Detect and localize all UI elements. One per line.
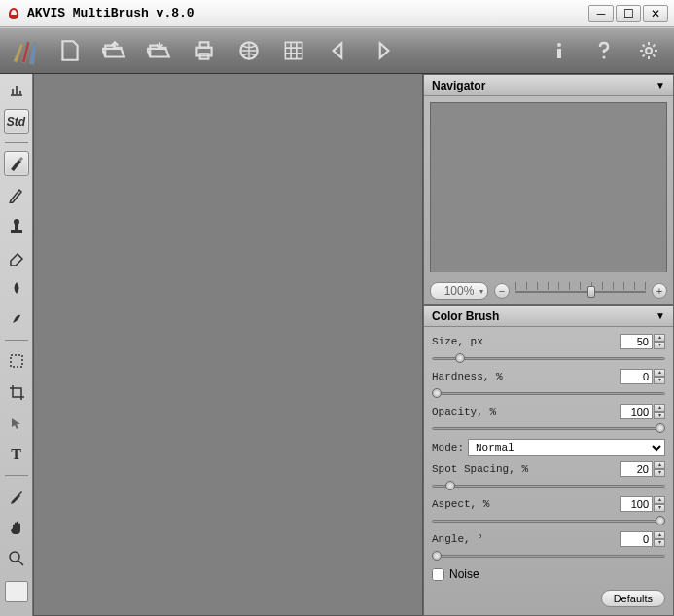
- window-title: AKVIS MultiBrush v.8.0: [27, 6, 588, 20]
- hardness-slider[interactable]: [432, 388, 665, 398]
- new-file-button[interactable]: [53, 33, 88, 68]
- hardness-spinner[interactable]: ▴▾: [620, 369, 665, 384]
- pencil-tool[interactable]: [4, 182, 29, 207]
- zoom-out-button[interactable]: −: [494, 283, 510, 299]
- svg-rect-5: [557, 49, 561, 58]
- app-logo-icon: [6, 6, 21, 21]
- svg-point-4: [557, 43, 561, 47]
- stamp-tool[interactable]: [4, 213, 29, 238]
- aspect-slider[interactable]: [432, 516, 665, 525]
- help-button[interactable]: [586, 33, 621, 68]
- size-slider[interactable]: [432, 353, 665, 363]
- eyedropper-tool[interactable]: [4, 484, 29, 509]
- hardness-input[interactable]: [620, 369, 653, 384]
- color-brush-tool[interactable]: [4, 151, 29, 176]
- titlebar: AKVIS MultiBrush v.8.0 ─ ☐ ✕: [0, 0, 674, 27]
- size-input[interactable]: [620, 334, 653, 349]
- collapse-icon: ▼: [656, 80, 665, 91]
- defaults-button[interactable]: Defaults: [601, 590, 665, 607]
- angle-spinner[interactable]: ▴▾: [620, 531, 665, 547]
- canvas-area[interactable]: [33, 74, 423, 616]
- opacity-label: Opacity, %: [432, 406, 620, 417]
- svg-rect-8: [11, 230, 22, 233]
- color-swatch[interactable]: [5, 581, 28, 602]
- navigator-panel: Navigator ▼ 100% − +: [423, 74, 674, 305]
- noise-checkbox[interactable]: [432, 568, 444, 581]
- blur-tool[interactable]: [4, 275, 29, 301]
- next-button[interactable]: [366, 33, 401, 68]
- left-toolbar: Std T: [0, 74, 33, 616]
- svg-point-7: [646, 48, 652, 54]
- brushes-icon: [8, 33, 43, 68]
- maximize-button[interactable]: ☐: [616, 5, 641, 22]
- selection-tool[interactable]: [4, 348, 29, 374]
- navigator-title: Navigator: [432, 79, 485, 92]
- angle-label: Angle, °: [432, 533, 620, 545]
- color-brush-panel: Color Brush ▼ Size, px ▴▾ Hardness, % ▴▾…: [423, 305, 674, 616]
- opacity-input[interactable]: [620, 404, 653, 419]
- crop-tool[interactable]: [4, 380, 29, 405]
- svg-rect-1: [200, 42, 209, 47]
- open-file-button[interactable]: [97, 33, 132, 68]
- size-label: Size, px: [432, 336, 620, 347]
- prev-button[interactable]: [321, 33, 356, 68]
- spot-spacing-spinner[interactable]: ▴▾: [620, 461, 665, 477]
- aspect-spinner[interactable]: ▴▾: [620, 496, 665, 512]
- grid-button[interactable]: [276, 33, 311, 68]
- info-button[interactable]: [542, 33, 577, 68]
- zoom-slider[interactable]: [515, 288, 646, 294]
- history-brush-tab[interactable]: [4, 78, 29, 103]
- right-pane: Navigator ▼ 100% − + Color Brush ▼: [423, 74, 674, 616]
- angle-input[interactable]: [620, 531, 653, 547]
- color-brush-header[interactable]: Color Brush ▼: [424, 306, 673, 327]
- color-brush-title: Color Brush: [432, 309, 499, 323]
- smudge-tool[interactable]: [4, 307, 29, 332]
- text-tool[interactable]: T: [4, 442, 29, 467]
- settings-button[interactable]: [631, 33, 666, 68]
- angle-slider[interactable]: [432, 551, 665, 561]
- move-tool[interactable]: [4, 411, 29, 436]
- size-spinner[interactable]: ▴▾: [620, 334, 665, 349]
- aspect-label: Aspect, %: [432, 498, 620, 510]
- svg-rect-11: [11, 355, 22, 367]
- zoom-combo[interactable]: 100%: [430, 282, 488, 300]
- navigator-header[interactable]: Navigator ▼: [424, 75, 673, 96]
- noise-label: Noise: [449, 567, 479, 581]
- spot-spacing-label: Spot Spacing, %: [432, 463, 620, 475]
- opacity-spinner[interactable]: ▴▾: [620, 404, 665, 419]
- spot-spacing-input[interactable]: [620, 461, 653, 477]
- svg-point-10: [14, 219, 19, 225]
- zoom-in-button[interactable]: +: [652, 283, 667, 299]
- hardness-label: Hardness, %: [432, 371, 620, 382]
- opacity-slider[interactable]: [432, 423, 665, 433]
- minimize-button[interactable]: ─: [588, 5, 614, 22]
- hand-tool[interactable]: [4, 515, 29, 540]
- svg-point-12: [10, 552, 19, 562]
- mode-select[interactable]: Normal: [468, 439, 665, 456]
- collapse-icon: ▼: [656, 310, 665, 321]
- standard-tab[interactable]: Std: [4, 109, 29, 134]
- top-toolbar: [0, 27, 674, 74]
- mode-label: Mode:: [432, 442, 464, 453]
- aspect-input[interactable]: [620, 496, 653, 512]
- web-button[interactable]: [231, 33, 266, 68]
- close-button[interactable]: ✕: [643, 5, 668, 22]
- navigator-preview[interactable]: [430, 102, 667, 272]
- zoom-tool[interactable]: [4, 546, 29, 571]
- eraser-tool[interactable]: [4, 244, 29, 270]
- print-button[interactable]: [187, 33, 222, 68]
- spot-spacing-slider[interactable]: [432, 481, 665, 490]
- svg-point-6: [603, 56, 606, 59]
- save-file-button[interactable]: [142, 33, 177, 68]
